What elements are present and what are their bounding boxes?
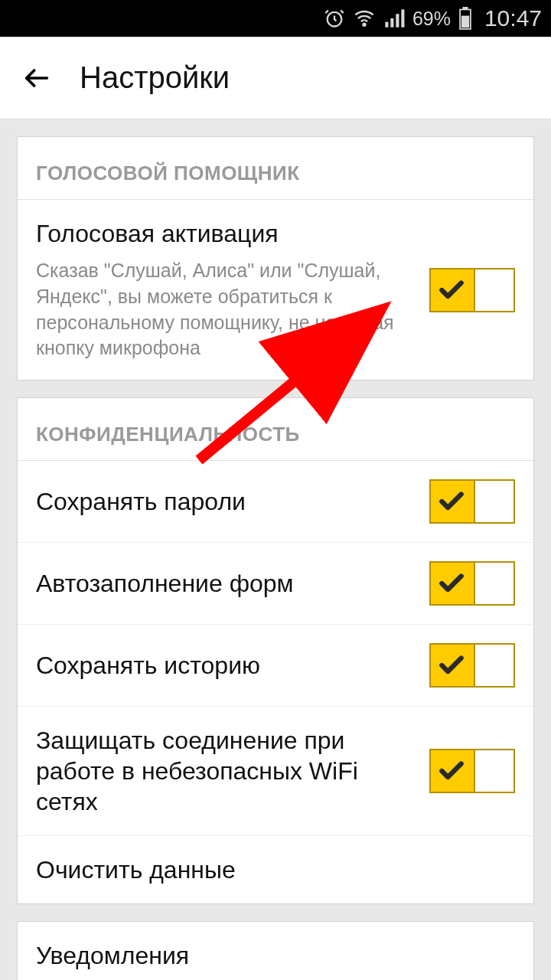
- voice-assistant-card: ГОЛОСОВОЙ ПОМОЩНИК Голосовая активация С…: [17, 136, 534, 381]
- row-title: Уведомления: [36, 940, 515, 971]
- row-title: Очистить данные: [36, 854, 515, 885]
- signal-icon: [383, 8, 405, 29]
- row-title: Сохранять пароли: [36, 486, 414, 517]
- voice-activation-desc: Сказав "Слушай, Алиса" или "Слушай, Янде…: [36, 258, 414, 361]
- save-history-toggle[interactable]: [429, 643, 515, 688]
- voice-activation-row[interactable]: Голосовая активация Сказав "Слушай, Алис…: [18, 200, 533, 380]
- toggle-knob: [474, 270, 514, 311]
- next-card: Уведомления: [17, 921, 534, 980]
- save-passwords-toggle[interactable]: [429, 479, 515, 524]
- svg-rect-3: [390, 18, 393, 28]
- protect-wifi-row[interactable]: Защищать соединение при работе в небезоп…: [18, 707, 533, 836]
- page-title: Настройки: [80, 60, 230, 95]
- svg-point-1: [363, 24, 365, 26]
- privacy-card: КОНФИДЕНЦИАЛЬНОСТЬ Сохранять пароли Авто…: [17, 397, 534, 904]
- voice-activation-title: Голосовая активация: [36, 218, 414, 249]
- check-icon: [431, 481, 472, 522]
- autofill-forms-toggle[interactable]: [429, 561, 515, 606]
- toggle-knob: [474, 563, 514, 604]
- save-history-row[interactable]: Сохранять историю: [18, 625, 533, 707]
- status-bar: 69% 10:47: [0, 0, 551, 37]
- check-icon: [431, 750, 472, 792]
- toggle-knob: [474, 481, 514, 522]
- row-title: Защищать соединение при работе в небезоп…: [36, 725, 414, 817]
- arrow-left-icon: [21, 63, 52, 93]
- clear-data-row[interactable]: Очистить данные: [18, 836, 533, 903]
- back-button[interactable]: [15, 57, 58, 100]
- check-icon: [431, 563, 472, 604]
- row-title: Автозаполнение форм: [36, 568, 414, 599]
- svg-rect-8: [461, 16, 469, 28]
- notifications-row[interactable]: Уведомления: [18, 922, 533, 980]
- privacy-section-header: КОНФИДЕНЦИАЛЬНОСТЬ: [18, 398, 533, 461]
- battery-icon: [458, 7, 472, 30]
- row-title: Сохранять историю: [36, 650, 414, 681]
- battery-percent: 69%: [412, 8, 451, 30]
- autofill-forms-row[interactable]: Автозаполнение форм: [18, 543, 533, 625]
- wifi-icon: [353, 8, 376, 29]
- toggle-knob: [474, 645, 514, 686]
- save-passwords-row[interactable]: Сохранять пароли: [18, 461, 533, 543]
- content: ГОЛОСОВОЙ ПОМОЩНИК Голосовая активация С…: [0, 119, 551, 980]
- voice-activation-toggle[interactable]: [429, 268, 515, 312]
- voice-section-header: ГОЛОСОВОЙ ПОМОЩНИК: [18, 137, 533, 200]
- check-icon: [431, 645, 472, 686]
- svg-rect-2: [385, 22, 388, 28]
- protect-wifi-toggle[interactable]: [429, 749, 515, 793]
- alarm-icon: [324, 8, 345, 29]
- app-header: Настройки: [0, 37, 551, 119]
- svg-rect-5: [401, 9, 404, 27]
- toggle-knob: [474, 750, 514, 792]
- svg-rect-4: [396, 14, 399, 27]
- status-time: 10:47: [484, 5, 542, 31]
- check-icon: [431, 270, 472, 311]
